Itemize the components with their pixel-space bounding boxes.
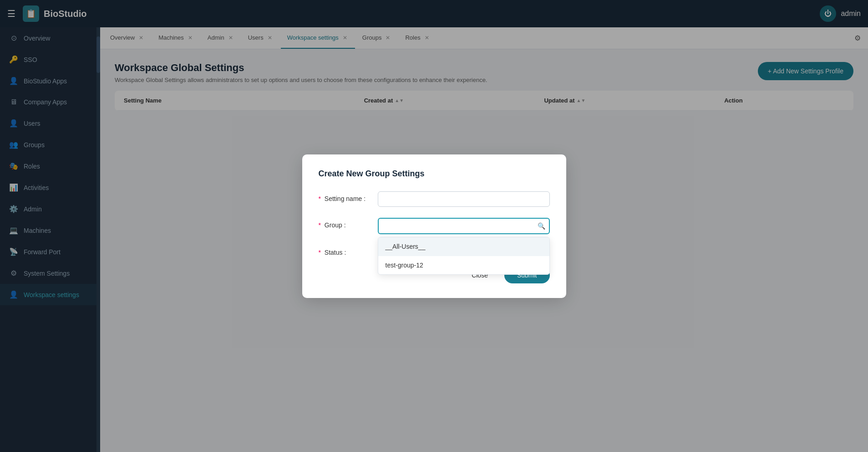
dropdown-option-test-group-12[interactable]: test-group-12 bbox=[378, 256, 549, 274]
group-row: * Group : 🔍 __All-Users__ test-group-12 bbox=[319, 218, 550, 234]
modal-overlay[interactable]: Create New Group Settings * Setting name… bbox=[0, 0, 868, 452]
dropdown-option-all-users[interactable]: __All-Users__ bbox=[378, 237, 549, 256]
setting-name-input[interactable] bbox=[378, 191, 550, 207]
group-label: * Group : bbox=[319, 218, 378, 229]
modal-title: Create New Group Settings bbox=[319, 169, 550, 179]
group-search-icon: 🔍 bbox=[538, 222, 545, 230]
setting-name-label: * Setting name : bbox=[319, 191, 378, 202]
group-search-input[interactable] bbox=[378, 218, 550, 234]
required-asterisk-status: * bbox=[319, 249, 321, 256]
status-label: * Status : bbox=[319, 245, 378, 256]
group-dropdown-list: __All-Users__ test-group-12 bbox=[378, 237, 550, 275]
group-input-wrapper: 🔍 __All-Users__ test-group-12 bbox=[378, 218, 550, 234]
setting-name-row: * Setting name : bbox=[319, 191, 550, 207]
required-asterisk: * bbox=[319, 195, 321, 202]
required-asterisk-group: * bbox=[319, 221, 321, 229]
create-group-settings-modal: Create New Group Settings * Setting name… bbox=[302, 154, 566, 298]
